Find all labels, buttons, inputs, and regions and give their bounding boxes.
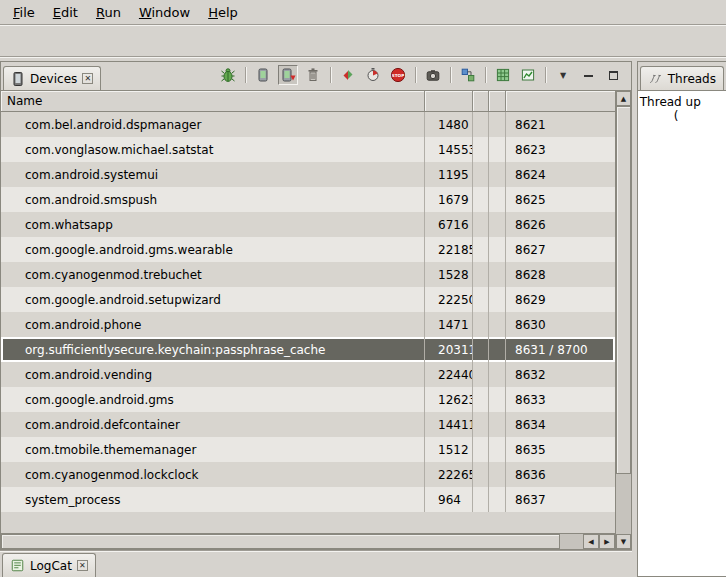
horizontal-scroll-track[interactable] xyxy=(1,534,583,549)
view-menu-icon[interactable]: ▼ xyxy=(553,65,573,85)
threads-view: Threads Thread up ( xyxy=(637,61,726,577)
show-heap-updates-icon[interactable] xyxy=(253,65,273,85)
menu-file[interactable]: File xyxy=(4,2,44,23)
logcat-bar: LogCat ✕ xyxy=(0,550,632,577)
table-row[interactable]: com.android.systemui 1195 8624 xyxy=(1,162,615,187)
blank-cell xyxy=(473,162,489,187)
column-header-blank-2[interactable] xyxy=(489,91,506,111)
tab-threads-label: Threads xyxy=(668,72,716,86)
table-row[interactable]: com.google.android.gms.wearable 22185 86… xyxy=(1,237,615,262)
table-row[interactable]: com.android.smspush 1679 8625 xyxy=(1,187,615,212)
threads-content: Thread up ( xyxy=(638,90,726,576)
table-row[interactable]: com.tmobile.thememanager 1512 8635 xyxy=(1,437,615,462)
blank-cell xyxy=(489,462,506,487)
process-pid-cell: 1195 xyxy=(425,162,473,187)
blank-cell xyxy=(489,262,506,287)
table-row[interactable]: com.android.defcontainer 14411 8634 xyxy=(1,412,615,437)
blank-cell xyxy=(473,262,489,287)
toolbar-separator xyxy=(245,67,246,83)
table-row[interactable]: com.cyanogenmod.lockclock 22265 8636 xyxy=(1,462,615,487)
tracer-icon[interactable] xyxy=(493,65,513,85)
debug-process-icon[interactable] xyxy=(218,65,238,85)
blank-cell xyxy=(473,437,489,462)
tab-logcat-label: LogCat xyxy=(30,559,72,573)
column-header-name[interactable]: Name xyxy=(1,91,425,111)
vertical-scroll-track[interactable] xyxy=(616,106,631,534)
process-port-cell: 8636 xyxy=(506,462,615,487)
start-method-profiling-icon[interactable] xyxy=(363,65,383,85)
table-row[interactable]: com.google.android.setupwizard 22250 862… xyxy=(1,287,615,312)
tab-logcat[interactable]: LogCat ✕ xyxy=(2,553,96,577)
blank-cell xyxy=(473,337,489,362)
blank-cell xyxy=(473,362,489,387)
threads-message-line1: Thread up xyxy=(640,95,724,109)
tab-devices[interactable]: Devices ✕ xyxy=(3,66,101,90)
horizontal-scroll-thumb[interactable] xyxy=(1,534,560,549)
process-port-cell: 8632 xyxy=(506,362,615,387)
table-row[interactable]: com.vonglasow.michael.satstat 14553 8623 xyxy=(1,137,615,162)
table-row[interactable]: system_process 964 8637 xyxy=(1,487,615,512)
blank-cell xyxy=(473,137,489,162)
device-table-body: com.bel.android.dspmanager 1480 8621 com… xyxy=(1,112,615,533)
process-port-cell: 8625 xyxy=(506,187,615,212)
vertical-scroll-thumb[interactable] xyxy=(616,106,631,474)
scroll-left-icon[interactable]: ◀ xyxy=(583,534,599,549)
blank-cell xyxy=(473,287,489,312)
device-icon xyxy=(11,71,25,87)
scroll-up-icon[interactable]: ▲ xyxy=(616,91,631,106)
table-row[interactable]: com.bel.android.dspmanager 1480 8621 xyxy=(1,112,615,137)
tab-logcat-close-icon[interactable]: ✕ xyxy=(77,560,88,571)
tab-threads[interactable]: Threads xyxy=(640,66,724,90)
stop-process-icon[interactable]: STOP xyxy=(388,65,408,85)
maximize-icon[interactable] xyxy=(603,65,623,85)
blank-cell xyxy=(489,162,506,187)
device-process-table: Name com.bel.android.dspmanager 1480 862… xyxy=(1,90,631,549)
table-row[interactable]: org.sufficientlysecure.keychain:passphra… xyxy=(1,337,615,362)
blank-cell xyxy=(473,412,489,437)
vertical-scrollbar[interactable]: ▲ ▼ xyxy=(615,91,631,549)
scroll-right-icon[interactable]: ▶ xyxy=(599,534,615,549)
process-pid-cell: 12623 xyxy=(425,387,473,412)
column-header-pid[interactable] xyxy=(425,91,473,111)
cause-gc-icon[interactable] xyxy=(303,65,323,85)
menu-edit[interactable]: Edit xyxy=(44,2,87,23)
blank-cell xyxy=(489,137,506,162)
menu-help[interactable]: Help xyxy=(199,2,247,23)
scroll-down-icon[interactable]: ▼ xyxy=(616,534,631,549)
table-row[interactable]: com.android.phone 1471 8630 xyxy=(1,312,615,337)
horizontal-scrollbar[interactable]: ◀ ▶ xyxy=(1,533,615,549)
process-pid-cell: 20311 xyxy=(425,337,473,362)
svg-text:STOP: STOP xyxy=(392,73,405,78)
table-row[interactable]: com.android.vending 22440 8632 xyxy=(1,362,615,387)
process-name-cell: system_process xyxy=(1,487,425,512)
process-port-cell: 8626 xyxy=(506,212,615,237)
column-header-blank-1[interactable] xyxy=(473,91,489,111)
menubar: File Edit Run Window Help xyxy=(0,0,726,25)
process-pid-cell: 1471 xyxy=(425,312,473,337)
menu-run[interactable]: Run xyxy=(87,2,130,23)
view-hierarchy-icon[interactable] xyxy=(458,65,478,85)
blank-cell xyxy=(489,337,506,362)
table-row[interactable]: com.cyanogenmod.trebuchet 1528 8628 xyxy=(1,262,615,287)
screen-capture-icon[interactable] xyxy=(423,65,443,85)
blank-cell xyxy=(473,112,489,137)
blank-cell xyxy=(489,362,506,387)
blank-cell xyxy=(473,462,489,487)
dump-hprof-icon[interactable] xyxy=(278,65,298,85)
systrace-icon[interactable] xyxy=(518,65,538,85)
menu-window[interactable]: Window xyxy=(130,2,199,23)
column-header-port[interactable] xyxy=(506,91,615,111)
process-port-cell: 8633 xyxy=(506,387,615,412)
blank-cell xyxy=(489,112,506,137)
minimize-icon[interactable] xyxy=(578,65,598,85)
table-row[interactable]: com.whatsapp 6716 8626 xyxy=(1,212,615,237)
blank-cell xyxy=(489,487,506,512)
ddms-window: File Edit Run Window Help Devices ✕ xyxy=(0,0,726,577)
process-pid-cell: 22185 xyxy=(425,237,473,262)
update-threads-icon[interactable] xyxy=(338,65,358,85)
process-port-cell: 8628 xyxy=(506,262,615,287)
tab-devices-close-icon[interactable]: ✕ xyxy=(82,73,93,84)
blank-cell xyxy=(489,387,506,412)
blank-cell xyxy=(473,237,489,262)
table-row[interactable]: com.google.android.gms 12623 8633 xyxy=(1,387,615,412)
